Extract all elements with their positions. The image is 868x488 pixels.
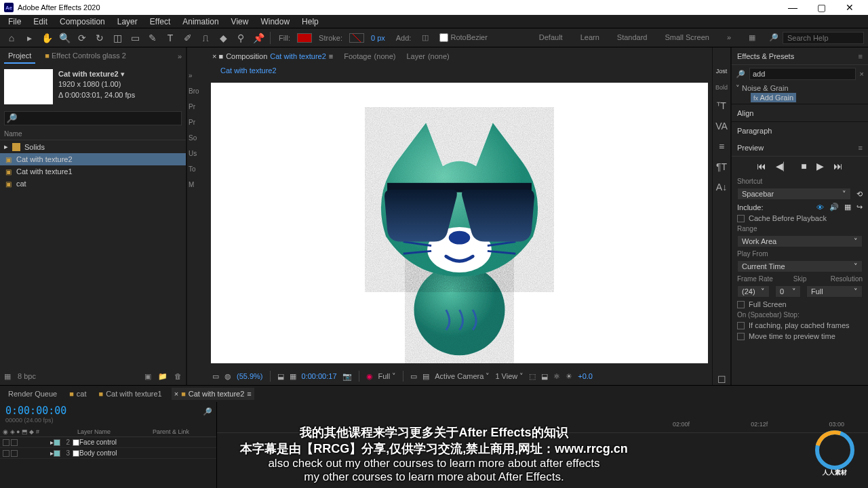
character-panel-icon[interactable]: ᵀT (717, 100, 726, 111)
menu-view[interactable]: View (226, 16, 254, 28)
timeline-search-icon[interactable]: 🔎 (199, 402, 216, 426)
char-weight-hint[interactable]: Bold (715, 84, 728, 91)
fullscreen-checkbox[interactable]: Full Screen (732, 299, 868, 310)
region-icon[interactable]: ▭ (410, 372, 417, 381)
tab-tl-cat[interactable]: ■ cat (66, 388, 89, 400)
tab-render-queue[interactable]: Render Queue (5, 388, 60, 400)
framerate-dropdown[interactable]: (24)˅ (737, 285, 770, 298)
collapsed-hint-3[interactable]: Pr (187, 115, 207, 130)
exposure-icon[interactable]: ☀ (566, 372, 572, 381)
brush-tool-icon[interactable]: ✐ (180, 30, 195, 45)
tab-effect-controls[interactable]: ■ Effect Controls glass 2 (41, 49, 130, 64)
workspace-smallscreen[interactable]: Small Screen (660, 33, 713, 42)
skip-dropdown[interactable]: 0˅ (775, 285, 801, 298)
workspace-standard[interactable]: Standard (613, 33, 652, 42)
workspace-grid-icon[interactable]: ▦ (745, 33, 760, 42)
current-timecode[interactable]: 0:00:00:00 (5, 405, 193, 417)
paragraph-icon[interactable]: ¶T (716, 161, 727, 172)
bpc-button[interactable]: 8 bpc (18, 372, 36, 380)
transparency-icon[interactable]: ◍ (224, 372, 231, 381)
pen-tool-icon[interactable]: ✎ (145, 30, 160, 45)
trash-icon[interactable]: 🗑 (174, 372, 182, 380)
workspace-more-icon[interactable]: » (723, 33, 735, 42)
new-comp-icon[interactable]: ▣ (144, 372, 151, 381)
clone-tool-icon[interactable]: ⎍ (198, 30, 213, 45)
kerning-icon[interactable]: VA (715, 121, 728, 131)
view-opt3-icon[interactable]: ⚛ (553, 372, 560, 381)
menu-window[interactable]: Window (255, 16, 295, 28)
paragraph-panel-header[interactable]: Paragraph (732, 121, 868, 139)
char-panel-hint[interactable]: Jost (716, 68, 728, 75)
menu-file[interactable]: File (3, 16, 26, 28)
playfrom-dropdown[interactable]: Current Time˅ (737, 260, 863, 272)
onstop-cache-checkbox[interactable]: If caching, play cached frames (732, 320, 868, 331)
shape-tool-icon[interactable]: ▭ (127, 30, 142, 45)
range-dropdown[interactable]: Work Area˅ (737, 235, 863, 247)
workspace-default[interactable]: Default (535, 33, 567, 42)
type-tool-icon[interactable]: T (163, 30, 178, 45)
minimize-button[interactable]: — (778, 2, 807, 13)
eraser-tool-icon[interactable]: ◆ (216, 30, 231, 45)
tab-project[interactable]: Project (4, 49, 35, 64)
rotobezier-checkbox[interactable]: RotoBezier (435, 33, 491, 43)
first-frame-icon[interactable]: ⏮ (757, 161, 766, 172)
help-search-input[interactable] (783, 32, 864, 44)
project-more-icon[interactable]: » (178, 52, 182, 60)
asset-comp-cat[interactable]: ▣cat (0, 178, 186, 190)
align-panel-header[interactable]: Align (732, 104, 868, 121)
selection-tool-icon[interactable]: ▸ (22, 30, 37, 45)
rect-tool-icon[interactable]: ◫ (110, 30, 125, 45)
play-icon[interactable]: ▶ (816, 161, 824, 172)
tab-layer[interactable]: Layer (none) (405, 50, 450, 62)
asset-folder-solids[interactable]: ▸Solids (0, 140, 186, 153)
channels-icon[interactable]: ◉ (366, 372, 373, 381)
zoom-tool-icon[interactable]: 🔍 (57, 30, 72, 45)
collapsed-hint-6[interactable]: To (187, 161, 207, 177)
collapsed-hint-5[interactable]: Us (187, 146, 207, 161)
home-icon[interactable]: ⌂ (4, 30, 19, 45)
zoom-value[interactable]: (55.9%) (237, 372, 263, 380)
menu-composition[interactable]: Composition (54, 16, 111, 28)
menu-edit[interactable]: Edit (28, 16, 53, 28)
current-time[interactable]: 0:00:00:17 (302, 372, 337, 380)
hand-tool-icon[interactable]: ✋ (39, 30, 54, 45)
include-audio-icon[interactable]: 🔊 (829, 203, 839, 211)
camera-dropdown[interactable]: Active Camera ˅ (435, 372, 490, 381)
puppet-tool-icon[interactable]: 📌 (251, 30, 266, 45)
menu-layer[interactable]: Layer (112, 16, 143, 28)
resolution-icon[interactable]: ⬓ (277, 372, 284, 381)
magnify-icon[interactable]: ▭ (212, 372, 219, 381)
grid-icon[interactable]: ▦ (290, 372, 296, 381)
view-opt2-icon[interactable]: ⬓ (541, 372, 548, 381)
panel-checkbox-icon[interactable]: ☐ (717, 374, 726, 385)
exposure-value[interactable]: +0.0 (578, 372, 593, 380)
tab-footage[interactable]: Footage (none) (342, 50, 397, 62)
effect-add-grain[interactable]: fx Add Grain (751, 93, 796, 102)
resolution-dropdown[interactable]: Full ˅ (378, 372, 397, 381)
timeline-ruler[interactable]: 02:00f 02:12f 03:00 (217, 402, 868, 433)
stop-icon[interactable]: ■ (801, 161, 806, 172)
new-folder-icon[interactable]: 📁 (158, 372, 167, 381)
breadcrumb-link[interactable]: Cat with texture2 (220, 66, 277, 75)
maximize-button[interactable]: ▢ (807, 2, 835, 13)
interpret-icon[interactable]: ▦ (4, 372, 11, 381)
asset-comp-cat-texture1[interactable]: ▣Cat with texture1 (0, 165, 186, 178)
include-overlay-icon[interactable]: ▦ (844, 203, 851, 211)
roto-tool-icon[interactable]: ⚲ (233, 30, 248, 45)
timeline-track-area[interactable]: 02:00f 02:12f 03:00 (217, 402, 868, 488)
layer-row-3[interactable]: ▸ 3 Body control (0, 448, 216, 459)
asset-comp-cat-texture2[interactable]: ▣Cat with texture2 (0, 153, 186, 165)
tab-composition[interactable]: × ■ Composition Cat with texture2 ≡ (211, 50, 334, 62)
add-mode-dropdown[interactable]: ◫ (418, 33, 433, 42)
include-video-icon[interactable]: 👁 (816, 203, 824, 211)
menu-animation[interactable]: Animation (177, 16, 224, 28)
snapshot-icon[interactable]: 📷 (342, 372, 352, 381)
tab-tl-cat-texture1[interactable]: ■ Cat with texture1 (96, 388, 165, 400)
orbit-tool-icon[interactable]: ⟳ (75, 30, 90, 45)
effects-presets-header[interactable]: Effects & Presets≡ (732, 47, 868, 65)
project-search-input[interactable] (4, 111, 182, 125)
layer-row-2[interactable]: ▸ 2 Face control (0, 437, 216, 448)
collapsed-hint-4[interactable]: So (187, 130, 207, 146)
collapsed-hint-1[interactable]: Bro (187, 83, 207, 99)
guides-icon[interactable]: ▤ (422, 372, 429, 381)
